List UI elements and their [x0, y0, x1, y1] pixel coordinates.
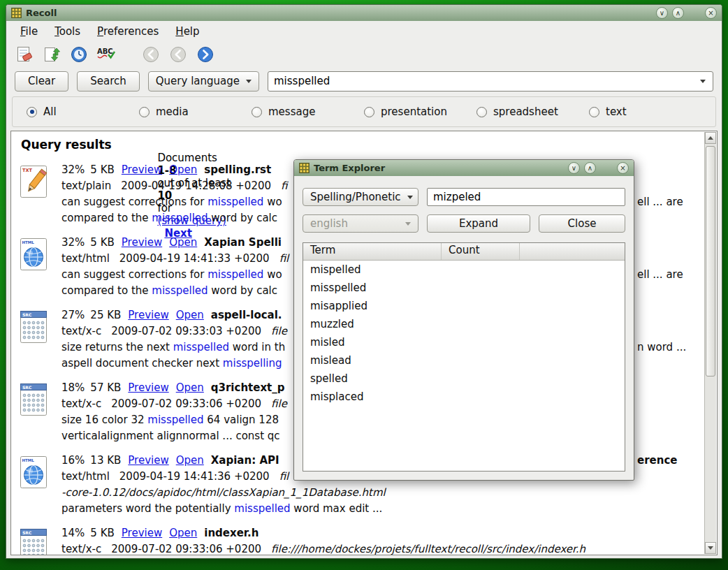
close-button[interactable]: Close — [539, 214, 625, 233]
column-count[interactable]: Count — [442, 243, 520, 260]
clear-button[interactable]: Clear — [15, 71, 68, 92]
scroll-down-button[interactable] — [705, 542, 716, 554]
shade-button[interactable]: ∨ — [656, 7, 668, 19]
result-headline: 14%5 KBPreviewOpenindexer.h — [61, 525, 700, 541]
radio-icon[interactable] — [139, 107, 150, 117]
preview-link[interactable]: Preview — [128, 454, 168, 467]
open-link[interactable]: Open — [176, 381, 204, 394]
term-row[interactable]: misplaced — [303, 388, 625, 406]
result-date: 2009-04-19 14:41:36 +0200 — [119, 470, 270, 483]
open-link[interactable]: Open — [169, 527, 197, 539]
result-path: fil — [279, 470, 289, 483]
term-row[interactable]: misled — [303, 333, 625, 351]
close-window-button[interactable]: × — [617, 162, 629, 174]
radio-icon[interactable] — [252, 107, 262, 117]
result-score: 16% — [61, 454, 85, 467]
preview-link[interactable]: Preview — [128, 381, 168, 394]
menu-bar: FileToolsPreferencesHelp — [6, 21, 722, 41]
result-title: indexer.h — [204, 527, 259, 539]
preview-link[interactable]: Preview — [122, 236, 162, 249]
scroll-thumb[interactable] — [706, 146, 715, 377]
result-snippet: -core-1.0.12/docs/apidoc/html/classXapia… — [61, 485, 700, 501]
results-scrollbar[interactable] — [704, 132, 716, 554]
open-link[interactable]: Open — [169, 163, 197, 176]
page-next-icon[interactable] — [196, 45, 215, 64]
unshade-button[interactable]: ∧ — [584, 162, 596, 174]
result-path: fil — [279, 252, 289, 265]
menu-item-preferences[interactable]: Preferences — [90, 23, 166, 40]
dialog-title-bar[interactable]: Term Explorer ∨∧× — [294, 160, 634, 176]
scroll-up-button[interactable] — [705, 132, 716, 144]
result-title: spelling.rst — [204, 163, 271, 176]
filter-presentation[interactable]: presentation — [364, 105, 476, 118]
update-index-icon[interactable] — [42, 45, 61, 64]
term-row[interactable]: muzzled — [303, 315, 625, 333]
query-language-combo[interactable]: Query language — [148, 71, 259, 92]
preview-link[interactable]: Preview — [128, 309, 168, 321]
filter-text[interactable]: text — [589, 105, 701, 118]
filter-media[interactable]: media — [139, 105, 252, 118]
source-file-icon: SRC — [18, 525, 61, 555]
page-prev-icon[interactable] — [168, 45, 188, 64]
html-file-icon: HTML — [18, 453, 61, 492]
snippet-text: word in th — [229, 341, 285, 353]
language-combo[interactable]: english — [303, 214, 418, 233]
term-explorer-icon[interactable]: ABC — [96, 45, 116, 64]
filter-all[interactable]: All — [27, 105, 139, 118]
open-link[interactable]: Open — [169, 236, 197, 249]
result-date: 2009-04-19 14:41:33 +0200 — [119, 252, 270, 265]
result-date: 2009-04-19 14:28:08 +0200 — [121, 180, 271, 192]
chevron-down-icon — [407, 196, 413, 199]
preview-link[interactable]: Preview — [122, 163, 162, 176]
recoll-app-icon — [11, 8, 22, 18]
snippet-text: word max edit ... — [291, 502, 383, 515]
radio-icon[interactable] — [27, 107, 37, 117]
result-date: 2009-07-02 09:33:06 +0200 — [111, 543, 261, 555]
close-window-button[interactable]: × — [705, 7, 717, 19]
open-link[interactable]: Open — [176, 309, 204, 321]
radio-icon[interactable] — [589, 107, 599, 117]
result-mime: text/html — [61, 252, 110, 265]
term-row[interactable]: mispelled — [303, 261, 625, 279]
expansion-mode-combo[interactable]: Spelling/Phonetic — [303, 188, 418, 206]
term-row[interactable]: misspelled — [303, 279, 625, 297]
preview-link[interactable]: Preview — [122, 527, 162, 539]
page-first-icon[interactable] — [141, 45, 161, 64]
snippet-text: wo — [263, 268, 282, 281]
menu-item-tools[interactable]: Tools — [48, 23, 87, 40]
title-bar[interactable]: Recoll ∨∧× — [6, 5, 722, 21]
snippet-text: word by calc — [208, 212, 277, 224]
highlighted-term: misspelled — [208, 268, 263, 281]
source-file-icon: SRC — [18, 307, 61, 347]
search-input[interactable] — [274, 75, 694, 87]
shade-button[interactable]: ∨ — [568, 162, 580, 174]
unshade-button[interactable]: ∧ — [672, 7, 684, 19]
history-icon[interactable] — [69, 45, 89, 64]
expand-button[interactable]: Expand — [427, 214, 530, 233]
search-button[interactable]: Search — [77, 71, 140, 92]
column-term[interactable]: Term — [303, 243, 442, 260]
clear-search-icon[interactable] — [15, 45, 34, 64]
radio-icon[interactable] — [476, 107, 487, 117]
term-row[interactable]: mislead — [303, 351, 625, 370]
result-score: 18% — [61, 381, 85, 394]
menu-item-help[interactable]: Help — [168, 23, 206, 40]
term-row[interactable]: misapplied — [303, 297, 625, 315]
term-explorer-dialog: Term Explorer ∨∧× Spelling/Phonetic engl… — [293, 159, 634, 481]
result-score: 32% — [61, 236, 85, 249]
svg-text:HTML: HTML — [22, 458, 35, 462]
result-date: 2009-07-02 09:33:06 +0200 — [111, 397, 261, 410]
menu-item-file[interactable]: File — [13, 23, 45, 40]
snippet-text: verticalalignment alignnormal ... const … — [61, 430, 280, 442]
term-row[interactable]: spelled — [303, 370, 625, 388]
filter-spreadsheet[interactable]: spreadsheet — [476, 105, 589, 118]
open-link[interactable]: Open — [176, 454, 204, 467]
filter-message[interactable]: message — [252, 105, 364, 118]
term-table-header: Term Count — [303, 243, 625, 261]
filter-row: Allmediamessagepresentationspreadsheette… — [12, 96, 716, 127]
result-path: file — [271, 325, 287, 337]
search-input-combo[interactable] — [268, 71, 713, 92]
radio-icon[interactable] — [364, 107, 374, 117]
desktop: Recoll ∨∧× FileToolsPreferencesHelp ABC … — [0, 0, 728, 570]
term-input[interactable] — [427, 188, 625, 206]
